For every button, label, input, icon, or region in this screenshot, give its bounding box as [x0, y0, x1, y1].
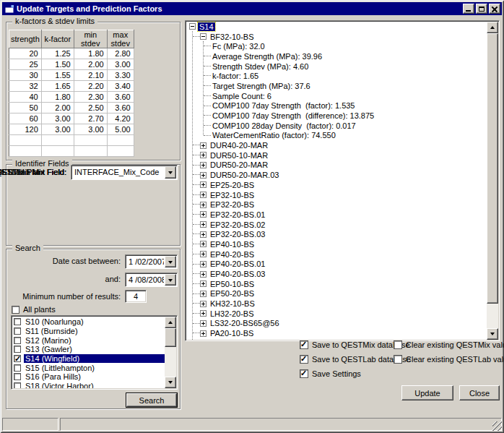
scroll-up-icon[interactable] — [487, 22, 498, 33]
tree-item-label[interactable]: EP32-20-BS — [209, 200, 256, 209]
chevron-down-icon[interactable] — [165, 274, 176, 286]
date-from-picker[interactable]: 1 /02/2007 — [125, 254, 178, 269]
tree-item[interactable]: EP32-20-BS.03 — [186, 229, 487, 239]
tree-expander-icon[interactable] — [200, 202, 207, 208]
search-button[interactable]: Search — [126, 393, 177, 407]
tree-item[interactable]: EP50-20-BS — [186, 289, 487, 299]
table-row[interactable]: 25 1.50 2.00 3.00 — [9, 59, 134, 70]
tree-item[interactable]: LH32-20-BS — [186, 309, 487, 319]
scrollbar-thumb[interactable] — [487, 33, 498, 304]
tree-item-label[interactable]: COMP100 7day Strength (factor): 1.535 — [211, 101, 357, 110]
tree-expander-icon[interactable] — [200, 192, 207, 198]
tree-item-label[interactable]: PA20-10-BS — [209, 329, 255, 338]
tree-expander-icon[interactable] — [200, 221, 207, 228]
plant-list-item[interactable]: S16 (Para Hills) — [12, 372, 165, 382]
cell-kfactor[interactable]: 1.65 — [41, 81, 74, 92]
tree-item[interactable]: COMP100 7day Strength (factor): 1.535 — [186, 101, 487, 111]
close-button[interactable] — [489, 4, 500, 14]
tree-item-label[interactable]: DUR50-20-MAR.03 — [209, 171, 280, 179]
cell-kfactor[interactable]: 1.50 — [41, 59, 74, 70]
column-header[interactable]: k-factor — [41, 30, 74, 48]
cell-min-stdev[interactable]: 2.30 — [74, 92, 107, 103]
cell-kfactor[interactable]: 2.00 — [41, 103, 74, 113]
tree-expander-icon[interactable] — [200, 271, 207, 278]
scroll-up-icon[interactable] — [165, 317, 176, 328]
cell-kfactor[interactable]: 1.55 — [41, 70, 74, 81]
all-plants-checkbox-row[interactable]: All plants — [12, 305, 56, 314]
tree-expander-icon[interactable] — [200, 310, 207, 317]
update-button[interactable]: Update — [401, 385, 453, 400]
tree-item-label[interactable]: Average Strength (MPa): 39.96 — [211, 52, 323, 61]
tree-item[interactable]: KH32-10-BS — [186, 299, 487, 309]
option-checkbox[interactable] — [300, 355, 308, 364]
column-header[interactable]: max stdev — [107, 30, 134, 48]
tree-item[interactable]: Fc (MPa): 32.0 — [186, 41, 487, 51]
min-results-input[interactable] — [125, 290, 147, 303]
plant-checkbox[interactable] — [14, 382, 21, 388]
plant-list-scrollbar[interactable] — [165, 317, 176, 388]
cell-max-stdev[interactable]: 3.00 — [107, 59, 134, 70]
cell-max-stdev[interactable]: 2.80 — [107, 48, 134, 59]
cell-min-stdev[interactable]: 2.10 — [74, 70, 107, 81]
option-checkbox-row[interactable]: Save to QESTMix database — [300, 340, 394, 349]
plant-list-item[interactable]: S18 (Victor Harbor) — [12, 382, 165, 388]
tree-item-label[interactable]: COMP100 7day Strength (difference): 13.8… — [211, 111, 375, 120]
tree-item[interactable]: EP50-10-BS — [186, 279, 487, 289]
cell-max-stdev[interactable]: 3.60 — [107, 103, 134, 113]
tree-expander-icon[interactable] — [200, 33, 207, 40]
plant-checkbox[interactable] — [14, 373, 21, 380]
chevron-down-icon[interactable] — [165, 256, 176, 267]
option-checkbox[interactable] — [394, 340, 402, 349]
plant-list-item[interactable]: S14 (Wingfield) — [12, 354, 165, 364]
option-checkbox-row[interactable]: Save Settings — [300, 369, 394, 378]
option-checkbox-row[interactable]: Clear existing QESTLab values — [394, 355, 504, 364]
plant-list-item[interactable]: S15 (Littlehampton) — [12, 363, 165, 372]
tree-expander-icon[interactable] — [189, 23, 196, 30]
cell-max-stdev[interactable] — [107, 135, 134, 146]
tree-item[interactable]: Sample Count: 6 — [186, 91, 487, 101]
plant-checkbox[interactable] — [14, 355, 21, 362]
minimize-button[interactable] — [463, 4, 474, 14]
tree-item[interactable]: Target Strength (MPa): 37.6 — [186, 81, 487, 91]
plant-checkbox[interactable] — [14, 318, 21, 325]
table-row[interactable]: 120 3.00 3.00 5.00 — [9, 124, 134, 135]
tree-expander-icon[interactable] — [200, 251, 207, 257]
cell-strength[interactable]: 32 — [9, 81, 42, 92]
tree-item-label[interactable]: LH32-20-BS — [209, 309, 256, 318]
scroll-down-icon[interactable] — [165, 377, 176, 388]
tree-item[interactable]: COMP100 7day Strength (difference): 13.8… — [186, 111, 487, 121]
tree-item-label[interactable]: EP40-10-BS — [209, 240, 256, 249]
table-row[interactable]: 60 3.00 2.70 4.20 — [9, 113, 134, 124]
tree-item[interactable]: DUR50-20-MAR — [186, 160, 487, 171]
plant-list-item[interactable]: S12 (Marino) — [12, 335, 165, 345]
plant-checkbox[interactable] — [14, 346, 21, 353]
table-row[interactable] — [9, 146, 134, 157]
option-checkbox[interactable] — [300, 369, 308, 378]
plant-checkbox[interactable] — [14, 337, 21, 344]
tree-item[interactable]: k-factor: 1.65 — [186, 71, 487, 81]
cell-strength[interactable] — [9, 146, 42, 157]
cell-max-stdev[interactable]: 4.20 — [107, 113, 134, 124]
tree-item-label[interactable]: EP32-20-BS.03 — [209, 230, 266, 239]
cell-kfactor[interactable]: 1.80 — [41, 92, 74, 103]
tree-item-label[interactable]: COMP100 28day Density (factor): 0.017 — [211, 121, 357, 130]
tree-item[interactable]: Average Strength (MPa): 39.96 — [186, 51, 487, 61]
cell-kfactor[interactable]: 1.25 — [41, 48, 74, 59]
tree-expander-icon[interactable] — [200, 231, 207, 238]
tree-item-label[interactable]: BF32-10-BS — [209, 33, 256, 41]
tree-item[interactable]: BF32-10-BS — [186, 32, 487, 42]
cell-min-stdev[interactable] — [74, 135, 107, 146]
tree-item-label[interactable]: PB32-20-BS — [209, 339, 256, 340]
tree-item-label[interactable]: EP40-20-BS.01 — [209, 260, 266, 268]
tree-item-label[interactable]: Fc (MPa): 32.0 — [211, 42, 266, 51]
tree-expander-icon[interactable] — [200, 152, 207, 158]
tree-scrollbar[interactable] — [487, 22, 498, 340]
tree-item[interactable]: EP40-20-BS.03 — [186, 269, 487, 279]
tree-item-label[interactable]: EP50-20-BS — [209, 289, 256, 298]
date-to-picker[interactable]: 4 /08/2008 — [125, 273, 178, 287]
all-plants-checkbox[interactable] — [12, 306, 19, 314]
tree-expander-icon[interactable] — [200, 301, 207, 307]
cell-max-stdev[interactable] — [107, 146, 134, 157]
cell-min-stdev[interactable]: 2.20 — [74, 81, 107, 92]
tree-expander-icon[interactable] — [200, 172, 207, 179]
